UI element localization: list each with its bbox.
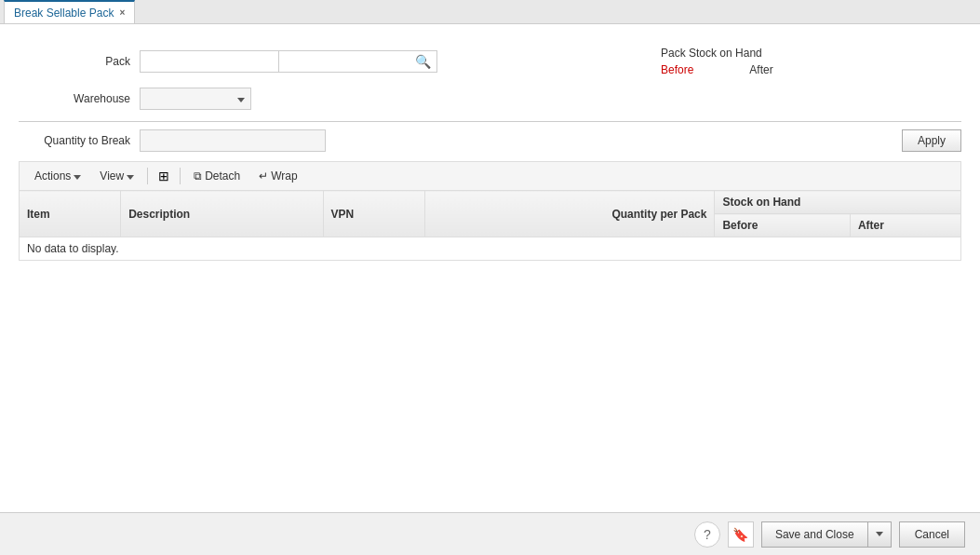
- view-label: View: [100, 169, 124, 183]
- data-table: Item Description VPN Quantity per Pack S…: [19, 190, 961, 261]
- detach-button[interactable]: ⧉ Detach: [186, 167, 248, 185]
- help-icon: ?: [704, 527, 711, 528]
- detach-label: Detach: [205, 169, 240, 183]
- no-data-cell: No data to display.: [20, 237, 961, 261]
- col-stock-after: After: [850, 214, 960, 237]
- col-description: Description: [121, 191, 323, 237]
- footer: ? 🔖 Save and Close Cancel: [0, 512, 980, 527]
- pack-input-2-wrapper: 🔍: [279, 50, 437, 73]
- view-button[interactable]: View: [92, 167, 141, 185]
- tab-break-sellable-pack[interactable]: Break Sellable Pack ×: [4, 0, 135, 23]
- qty-to-break-label: Quantity to Break: [19, 134, 130, 147]
- col-qty-per-pack: Quantity per Pack: [424, 191, 715, 237]
- cancel-button[interactable]: Cancel: [899, 521, 965, 528]
- search-icon[interactable]: 🔍: [415, 54, 431, 69]
- tab-bar: Break Sellable Pack ×: [0, 0, 980, 24]
- main-content: Pack 🔍 Pack Stock on Hand Before After W…: [0, 24, 980, 527]
- qty-to-break-row: Quantity to Break Apply: [19, 129, 961, 152]
- detach-icon: ⧉: [194, 169, 202, 183]
- view-chevron-icon: [127, 169, 134, 183]
- tab-close-icon[interactable]: ×: [119, 7, 125, 18]
- export-icon-button[interactable]: ⊞: [154, 166, 174, 186]
- wrap-icon: ↵: [259, 169, 268, 183]
- pack-stock-section: Pack Stock on Hand Before After: [661, 47, 773, 76]
- pack-stock-before-label: Before: [661, 63, 693, 76]
- toolbar: Actions View ⊞ ⧉ Detach ↵ Wrap: [19, 161, 961, 190]
- pack-stock-title: Pack Stock on Hand: [661, 47, 773, 60]
- warehouse-label: Warehouse: [19, 92, 130, 105]
- col-vpn: VPN: [323, 191, 424, 237]
- toolbar-separator-2: [180, 168, 181, 184]
- divider: [19, 121, 961, 122]
- table-header-row-1: Item Description VPN Quantity per Pack S…: [20, 191, 961, 214]
- table-body: No data to display.: [20, 237, 961, 261]
- toolbar-separator: [147, 168, 148, 184]
- apply-button[interactable]: Apply: [902, 129, 961, 152]
- wrap-label: Wrap: [271, 169, 297, 183]
- wrap-button[interactable]: ↵ Wrap: [251, 167, 304, 185]
- pack-input-2[interactable]: [283, 55, 413, 68]
- chevron-down-icon: [237, 94, 245, 104]
- warehouse-select[interactable]: [140, 88, 251, 110]
- actions-chevron-icon: [74, 169, 81, 183]
- actions-button[interactable]: Actions: [27, 167, 88, 185]
- bookmark-button[interactable]: 🔖: [728, 521, 754, 528]
- export-icon: ⊞: [158, 169, 169, 183]
- col-item: Item: [20, 191, 121, 237]
- actions-label: Actions: [34, 169, 71, 183]
- pack-stock-after-label: After: [749, 63, 772, 76]
- qty-to-break-input[interactable]: [140, 129, 326, 152]
- pack-stock-cols: Before After: [661, 63, 773, 76]
- bookmark-icon: 🔖: [732, 527, 748, 528]
- col-stock-before: Before: [715, 214, 850, 237]
- pack-input-1[interactable]: [140, 50, 279, 73]
- no-data-row: No data to display.: [20, 237, 961, 261]
- save-and-close-arrow-icon[interactable]: [868, 522, 891, 528]
- pack-row: Pack 🔍 Pack Stock on Hand Before After: [19, 47, 961, 76]
- pack-label: Pack: [19, 55, 130, 68]
- tab-label: Break Sellable Pack: [14, 7, 114, 20]
- help-button[interactable]: ?: [694, 521, 720, 528]
- pack-inputs: 🔍: [140, 50, 437, 73]
- save-and-close-button[interactable]: Save and Close: [761, 521, 892, 528]
- col-stock-on-hand-group: Stock on Hand: [715, 191, 961, 214]
- warehouse-row: Warehouse: [19, 88, 961, 110]
- save-and-close-label: Save and Close: [762, 522, 868, 528]
